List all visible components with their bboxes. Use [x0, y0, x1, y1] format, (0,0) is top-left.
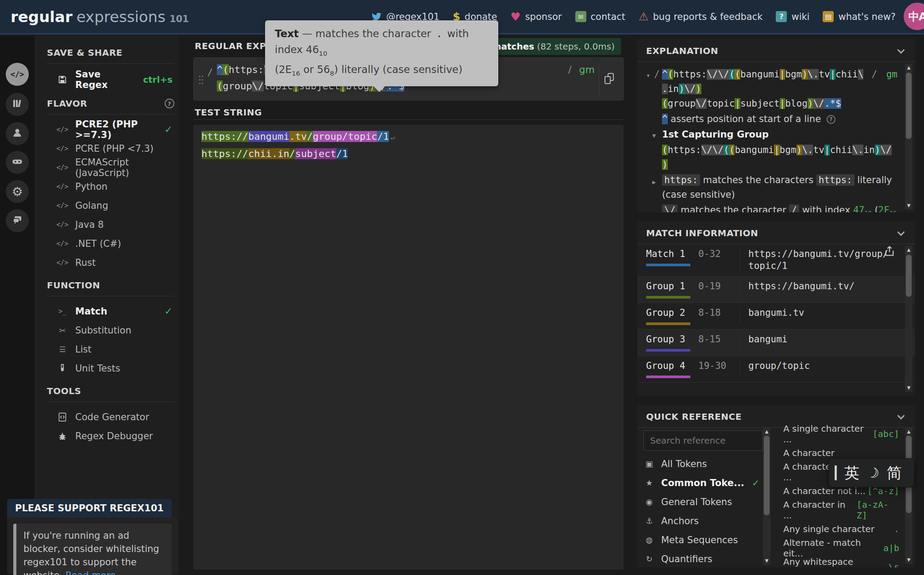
floppy-icon	[57, 75, 68, 84]
read-more-link[interactable]: Read more.	[65, 570, 119, 575]
flavor-item-rust[interactable]: </> Rust	[47, 253, 174, 272]
scroll-down-icon[interactable]: ▼	[763, 558, 770, 564]
function-item-unit-tests[interactable]: Unit Tests	[47, 359, 174, 378]
categories-scrollbar[interactable]: ▲ ▼	[763, 428, 770, 565]
token: https://	[201, 148, 248, 159]
explanation-anchor-row[interactable]: ^ asserts position at start of a line ?	[646, 112, 897, 126]
match-row[interactable]: Group 2 8-18 bangumi.tv	[637, 303, 915, 330]
rail-account-button[interactable]	[6, 122, 29, 145]
scroll-down-icon[interactable]: ▼	[905, 203, 912, 209]
token: bangumi	[735, 145, 774, 155]
export-matches-icon[interactable]	[883, 245, 896, 259]
bug-reports-link[interactable]: ⚠ bug reports & feedback	[639, 10, 762, 23]
tools-item-regex-debugger[interactable]: Regex Debugger	[47, 426, 174, 445]
moon-icon[interactable]: ☽	[865, 464, 882, 482]
explanation-regex-row[interactable]: ▾ / ^(https:\/\/((bangumi|bgm)\.tv|chii\…	[646, 67, 897, 111]
tools-header: TOOLS	[47, 386, 174, 402]
category-common-tokens[interactable]: ★ Common Toke... ✓	[643, 473, 759, 492]
entry-label: Any single character	[783, 524, 874, 534]
drag-handle-icon[interactable]	[199, 76, 203, 84]
entry-code: [a-zA-Z]	[857, 499, 899, 521]
whats-new-link[interactable]: ▤ what's new?	[823, 11, 896, 22]
chevron-down-icon[interactable]	[897, 229, 905, 236]
scrollbar-thumb[interactable]	[906, 73, 912, 139]
function-item-match[interactable]: >_ Match ✓	[47, 302, 174, 321]
contact-link[interactable]: ✉ contact	[575, 11, 626, 22]
match-row[interactable]: Group 3 8-15 bangumi	[637, 330, 915, 356]
token: |	[780, 98, 785, 109]
match-row[interactable]: Match 1 0-32 https://bangumi.tv/group/to…	[637, 244, 915, 276]
test-string-editor[interactable]: https://bangumi.tv/group/topic/1↵ https:…	[193, 125, 624, 570]
flavor-item-python[interactable]: </> Python	[47, 177, 174, 196]
search-reference-input[interactable]	[643, 430, 763, 451]
token: \.	[808, 69, 819, 80]
chevron-down-icon[interactable]	[897, 412, 905, 420]
regex-box-divider	[599, 62, 599, 96]
function-item-substitution[interactable]: ✂ Substitution	[47, 321, 174, 340]
category-anchors[interactable]: ⚓ Anchors	[643, 511, 759, 530]
reference-entry[interactable]: A character in ... [a-zA-Z]	[783, 500, 899, 519]
capturing-group-title: 1st Capturing Group	[662, 129, 769, 140]
rail-library-button[interactable]	[6, 93, 29, 116]
wiki-link[interactable]: ? wiki	[776, 11, 809, 22]
scroll-up-icon[interactable]: ▲	[905, 429, 912, 435]
match-row[interactable]: Group 4 19-30 group/topic	[637, 356, 915, 383]
help-circle-icon[interactable]: ?	[827, 115, 835, 124]
scroll-up-icon[interactable]: ▲	[905, 247, 912, 253]
rail-feedback-button[interactable]	[6, 209, 29, 232]
regex-flags[interactable]: / gm	[568, 61, 595, 78]
explanation-slash-row[interactable]: \/ matches the character / with index 47…	[646, 203, 897, 212]
scrollbar-thumb[interactable]	[764, 436, 770, 515]
scroll-down-icon[interactable]: ▼	[905, 557, 912, 563]
anchor-explanation: ^ asserts position at start of a line	[662, 114, 824, 124]
reference-entry[interactable]: Any whitespace chara... \s	[783, 557, 899, 567]
code-icon: </>	[57, 221, 68, 229]
flavor-item-golang[interactable]: </> Golang	[47, 196, 174, 215]
rail-settings-button[interactable]: ⚙	[6, 180, 29, 203]
tools-item-code-generator[interactable]: Code Generator	[47, 407, 174, 426]
flavor-item-pcre[interactable]: </> PCRE (PHP <7.3)	[47, 139, 174, 158]
sponsor-link[interactable]: ♥ sponsor	[510, 10, 562, 23]
rail-regex-quiz-button[interactable]	[6, 151, 29, 174]
ime-simplified-char[interactable]: 简	[887, 465, 902, 480]
flavor-item-ecmascript[interactable]: </> ECMAScript (JavaScript)	[47, 158, 174, 177]
entry-label: Any whitespace chara...	[783, 556, 889, 568]
scroll-up-icon[interactable]: ▲	[763, 429, 770, 435]
function-item-list[interactable]: ☰ List	[47, 340, 174, 359]
token: (	[662, 145, 668, 155]
save-regex-button[interactable]: Save Regex ctrl+s	[47, 69, 174, 90]
app-logo[interactable]: regular expressions 101	[11, 8, 189, 26]
contact-label: contact	[591, 12, 626, 22]
reference-entry[interactable]: A single character ... [abc]	[783, 424, 899, 443]
reference-entry[interactable]: Alternate - match eit... a|b	[783, 538, 899, 557]
collapse-caret-icon[interactable]: ▾	[646, 68, 651, 83]
explanation-group-title-row[interactable]: ▾ 1st Capturing Group	[646, 127, 897, 142]
copy-icon[interactable]	[604, 73, 615, 85]
ime-english-char[interactable]: 英	[844, 465, 859, 480]
expand-caret-icon[interactable]: ▸	[652, 175, 656, 189]
explanation-title: EXPLANATION	[646, 46, 718, 56]
collapse-caret-icon[interactable]: ▾	[652, 128, 656, 143]
category-meta-sequences[interactable]: ◍ Meta Sequences	[643, 530, 759, 549]
explanation-scrollbar[interactable]: ▲ ▼	[905, 64, 912, 210]
category-all-tokens[interactable]: ▣ All Tokens	[643, 454, 759, 473]
entry-label: Alternate - match eit...	[783, 537, 883, 559]
scroll-up-icon[interactable]: ▲	[905, 65, 912, 71]
flavor-item-dotnet[interactable]: </> .NET (C#)	[47, 234, 174, 253]
scroll-down-icon[interactable]: ▼	[905, 385, 912, 391]
reference-entry[interactable]: Any single character .	[783, 519, 899, 538]
rail-regex-editor-button[interactable]: </>	[6, 63, 29, 86]
match-row[interactable]: Group 1 0-19 https://bangumi.tv/	[637, 276, 915, 303]
gear-icon: ⚙	[12, 184, 23, 199]
entries-scrollbar[interactable]: ▲ ▼	[905, 428, 912, 564]
flavor-item-pcre2[interactable]: </> PCRE2 (PHP >=7.3) ✓	[47, 120, 174, 139]
explanation-https-row[interactable]: ▸ https: matches the characters https: l…	[646, 173, 897, 202]
scrollbar-thumb[interactable]	[906, 255, 912, 297]
flavor-help-icon[interactable]: ?	[165, 99, 174, 108]
entry-code: a|b	[883, 543, 899, 553]
flavor-item-java8[interactable]: </> Java 8	[47, 215, 174, 234]
category-general-tokens[interactable]: ◉ General Tokens	[643, 492, 759, 511]
match-info-scrollbar[interactable]: ▲ ▼	[905, 246, 912, 392]
category-quantifiers[interactable]: ↻ Quantifiers	[643, 549, 759, 567]
chevron-down-icon[interactable]	[897, 46, 905, 54]
